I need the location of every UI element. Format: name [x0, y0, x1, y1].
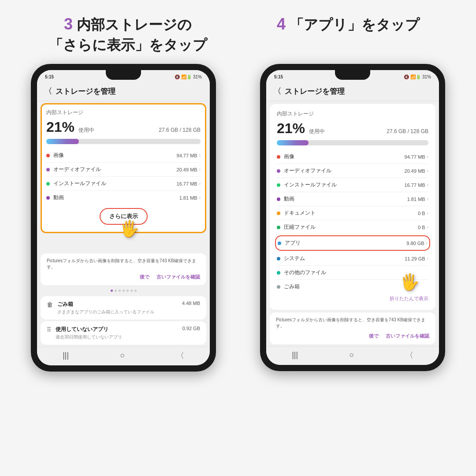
list-item[interactable]: 動画 1.81 MB› — [277, 192, 428, 206]
notif-confirm-left[interactable]: 古いファイルを確認 — [156, 274, 200, 280]
back-icon-right[interactable]: 〈 — [273, 86, 281, 97]
step4-number: 4 — [277, 15, 286, 33]
fold-button[interactable]: 折りたたんで表示 — [277, 294, 428, 304]
storage-gb-left: 27.6 GB / 128 GB — [159, 127, 201, 133]
app-item-highlighted[interactable]: アプリ 9.80 GB› — [275, 235, 430, 251]
app-header-right[interactable]: 〈 ストレージを管理 — [266, 82, 439, 101]
notch-right — [335, 70, 370, 80]
nav-home-right[interactable]: ○ — [350, 350, 354, 360]
dot-r-trash — [277, 285, 280, 289]
list-item[interactable]: 圧縮ファイル 0 B› — [277, 220, 428, 234]
app-header-left[interactable]: 〈 ストレージを管理 — [37, 82, 210, 101]
dot-image — [46, 154, 50, 157]
trash-desc: さまざまなアプリのごみ箱に入っているファイル — [57, 309, 178, 315]
dot-r-other — [277, 271, 280, 275]
notif-later-right[interactable]: 後で — [369, 333, 379, 339]
list-item-app[interactable]: アプリ 9.80 GB› — [278, 236, 428, 250]
notif-text-right: Picturesフォルダから古い画像を削除すると、空き容量を743 KB確保でき… — [276, 317, 429, 329]
dot-r-audio — [277, 169, 280, 173]
unused-size: 0.92 GB — [182, 326, 200, 331]
show-more-container: さらに表示 🖐 — [46, 208, 201, 225]
storage-items-right: 画像 94.77 MB› オーディオファイル 20.49 MB› — [277, 150, 428, 294]
dots-indicator-left — [37, 287, 210, 294]
dot-r-system — [277, 257, 280, 260]
hand-cursor-left: 🖐 — [119, 219, 139, 238]
dot-r-zip — [277, 226, 280, 229]
storage-bar-right — [277, 140, 428, 145]
dot-video — [46, 196, 50, 200]
list-item[interactable]: インストールファイル 16.77 MB › — [46, 177, 201, 191]
dot-audio — [46, 168, 50, 171]
list-item[interactable]: インストールファイル 16.77 MB› — [277, 178, 428, 192]
list-item[interactable]: オーディオファイル 20.49 MB› — [277, 164, 428, 178]
phone-left: 5:15 🔇 📶🔋 31% 〈 ストレージを管理 内部ストレージ 21% 使 — [22, 64, 225, 371]
dot-r-video — [277, 197, 280, 201]
apps-icon: ⠿ — [47, 326, 51, 333]
dot-install — [46, 182, 50, 186]
nav-back-left[interactable]: 〈 — [176, 350, 184, 361]
storage-section-right: 内部ストレージ 21% 使用中 27.6 GB / 128 GB — [270, 104, 435, 310]
step3-number: 3 — [64, 15, 73, 33]
notif-card-left: Picturesフォルダから古い画像を削除すると、空き容量を743 KB確保でき… — [41, 253, 206, 285]
header-title-right: ストレージを管理 — [285, 86, 345, 97]
trash-size: 4.48 MB — [182, 301, 200, 306]
list-item[interactable]: 画像 94.77 MB › — [46, 149, 201, 163]
storage-in-use-left: 使用中 — [78, 127, 94, 133]
step3-title: 3 内部ストレージの 「さらに表示」をタップ — [18, 13, 238, 55]
list-item[interactable]: 画像 94.77 MB› — [277, 150, 428, 164]
trash-title: ごみ箱 — [57, 301, 178, 308]
list-item[interactable]: 動画 1.81 MB › — [46, 191, 201, 205]
hand-cursor-right: 🖐 — [400, 273, 420, 291]
notif-later-left[interactable]: 後で — [140, 274, 149, 280]
dot-r-app — [278, 242, 281, 245]
unused-title: 使用していないアプリ — [56, 326, 178, 333]
dot-r-image — [277, 155, 280, 159]
back-icon-left[interactable]: 〈 — [44, 86, 52, 97]
dot-r-install — [277, 183, 280, 187]
list-item[interactable]: ドキュメント 0 B› — [277, 206, 428, 220]
storage-items-left: 画像 94.77 MB › オーディオファイル — [46, 149, 201, 205]
phone-right: 5:15 🔇 📶🔋 31% 〈 ストレージを管理 内部ストレージ 21% 使 — [251, 64, 454, 371]
nav-menu-left[interactable]: ||| — [63, 351, 69, 360]
unused-desc: 過去30日間使用していないアプリ — [56, 334, 178, 340]
nav-home-left[interactable]: ○ — [120, 351, 125, 360]
storage-in-use-right: 使用中 — [309, 128, 325, 134]
list-item[interactable]: システム 11.29 GB› — [277, 252, 428, 266]
nav-bar-right: ||| ○ 〈 — [266, 346, 439, 365]
nav-menu-right[interactable]: ||| — [292, 350, 298, 360]
notif-card-right: Picturesフォルダから古い画像を削除すると、空き容量を743 KB確保でき… — [270, 312, 435, 344]
storage-section-title-right: 内部ストレージ — [277, 110, 428, 118]
nav-bar-left: ||| ○ 〈 — [37, 346, 210, 365]
storage-bar-left — [46, 139, 201, 144]
notif-confirm-right[interactable]: 古いファイルを確認 — [386, 333, 429, 339]
storage-percent-left: 21% — [46, 119, 74, 135]
trash-item[interactable]: 🗑 ごみ箱 さまざまなアプリのごみ箱に入っているファイル 4.48 MB — [41, 296, 206, 320]
header-title-left: ストレージを管理 — [56, 86, 115, 97]
trash-icon: 🗑 — [47, 301, 53, 308]
storage-section-title-left: 内部ストレージ — [46, 109, 201, 116]
dot-r-doc — [277, 212, 280, 215]
storage-percent-right: 21% — [277, 120, 305, 136]
storage-gb-right: 27.6 GB / 128 GB — [387, 128, 428, 134]
notch-left — [106, 70, 141, 80]
list-item[interactable]: オーディオファイル 20.49 MB › — [46, 163, 201, 177]
step4-title: 4 「アプリ」をタップ — [238, 13, 458, 35]
unused-apps-item[interactable]: ⠿ 使用していないアプリ 過去30日間使用していないアプリ 0.92 GB — [41, 321, 206, 345]
nav-back-right[interactable]: 〈 — [405, 350, 413, 361]
storage-highlighted-left: 内部ストレージ 21% 使用中 27.6 GB / 128 GB — [41, 103, 206, 233]
notif-text-left: Picturesフォルダから古い画像を削除すると、空き容量を743 KB確保でき… — [47, 258, 200, 270]
